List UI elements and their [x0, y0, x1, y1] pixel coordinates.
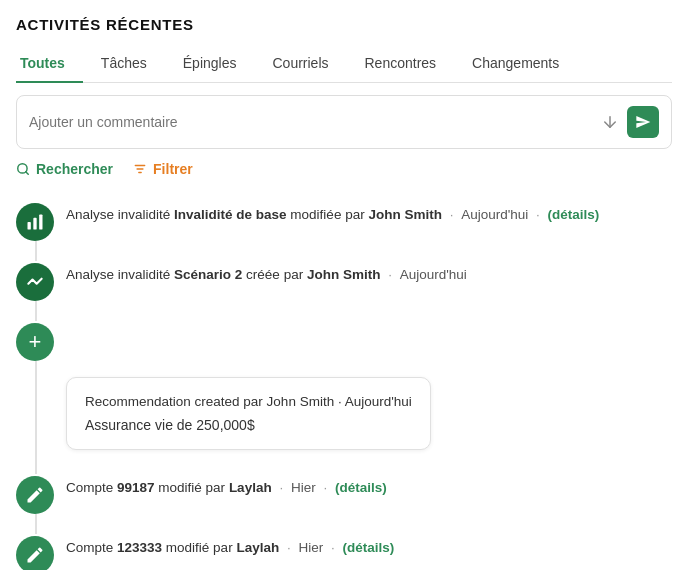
activity-icon-pencil: [16, 476, 54, 514]
recommendation-card: Recommendation created par John Smith · …: [66, 377, 431, 450]
activity-text: Compte 123333 modifié par Laylah · Hier …: [66, 534, 672, 558]
activity-icon-chart2: [16, 263, 54, 301]
activity-text: Analyse invalidité Scénario 2 créée par …: [66, 261, 672, 285]
activity-icon-pencil: [16, 536, 54, 570]
svg-line-2: [26, 172, 29, 175]
details-link[interactable]: (détails): [335, 480, 387, 495]
comment-input[interactable]: [29, 114, 593, 130]
page-title: ACTIVITÉS RÉCENTES: [16, 16, 672, 33]
tab-rencontres[interactable]: Rencontres: [347, 47, 455, 83]
details-link[interactable]: (détails): [342, 540, 394, 555]
activity-text: Analyse invalidité Invalidité de base mo…: [66, 201, 672, 225]
tabs-bar: Toutes Tâches Épingles Courriels Rencont…: [16, 47, 672, 83]
activity-icon-chart: [16, 203, 54, 241]
search-filter-row: Rechercher Filtrer: [16, 161, 672, 177]
activity-text: Compte 99187 modifié par Laylah · Hier ·…: [66, 474, 672, 498]
card-title: Recommendation created par John Smith · …: [85, 394, 412, 409]
svg-rect-8: [39, 215, 42, 230]
card-body: Assurance vie de 250,000$: [85, 417, 412, 433]
activity-item: Compte 99187 modifié par Laylah · Hier ·…: [16, 464, 672, 524]
activity-item: Analyse invalidité Invalidité de base mo…: [16, 191, 672, 251]
tab-epingles[interactable]: Épingles: [165, 47, 255, 83]
filter-button[interactable]: Filtrer: [133, 161, 193, 177]
activity-item: Compte 123333 modifié par Laylah · Hier …: [16, 524, 672, 570]
comment-box: [16, 95, 672, 149]
send-comment-button[interactable]: [627, 106, 659, 138]
recommendation-item: + Recommendation created par John Smith …: [16, 311, 672, 464]
tab-taches[interactable]: Tâches: [83, 47, 165, 83]
svg-rect-7: [33, 218, 36, 230]
activity-list: Analyse invalidité Invalidité de base mo…: [16, 191, 672, 570]
attach-icon: [601, 113, 619, 131]
filter-label: Filtrer: [153, 161, 193, 177]
search-label: Rechercher: [36, 161, 113, 177]
details-link[interactable]: (détails): [548, 207, 600, 222]
search-button[interactable]: Rechercher: [16, 161, 113, 177]
add-button[interactable]: +: [16, 323, 54, 361]
tab-toutes[interactable]: Toutes: [16, 47, 83, 83]
tab-changements[interactable]: Changements: [454, 47, 577, 83]
activity-item: Analyse invalidité Scénario 2 créée par …: [16, 251, 672, 311]
svg-rect-6: [28, 222, 31, 230]
tab-courriels[interactable]: Courriels: [254, 47, 346, 83]
